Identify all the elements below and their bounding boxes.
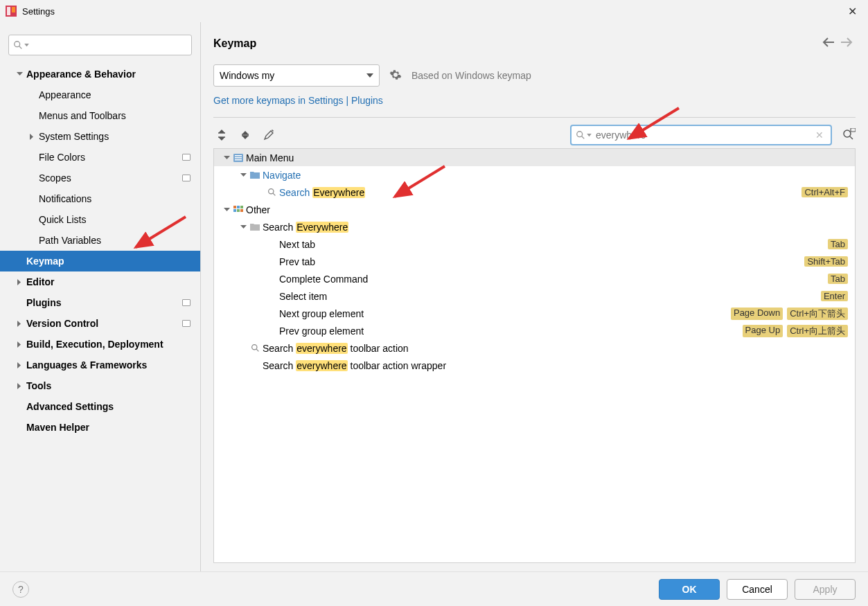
plugins-link[interactable]: Get more keymaps in Settings | Plugins	[213, 95, 383, 106]
svg-rect-16	[233, 206, 236, 208]
sidebar-item-keymap[interactable]: ·Keymap	[0, 251, 200, 271]
shortcuts: Tab	[828, 274, 848, 284]
chevron-right-icon	[14, 362, 25, 368]
chevron-down-icon[interactable]	[238, 225, 249, 229]
edit-action-button[interactable]	[260, 127, 277, 143]
chevron-down-icon[interactable]	[221, 156, 232, 160]
tree-row[interactable]: ·Search EverywhereCtrl+Alt+F	[214, 184, 855, 201]
action-search-input[interactable]	[596, 130, 813, 141]
chevron-down-icon	[587, 134, 592, 137]
shortcut-badge: Page Down	[731, 308, 783, 320]
keymap-select-value: Windows my	[220, 70, 366, 81]
clear-search-icon[interactable]: ✕	[813, 130, 826, 141]
tree-row[interactable]: Navigate	[214, 166, 855, 184]
sidebar-item-languages-frameworks[interactable]: Languages & Frameworks	[0, 355, 200, 375]
tree-row[interactable]: ·Next tabTab	[214, 235, 855, 253]
svg-rect-1	[7, 7, 10, 15]
sidebar-item-system-settings[interactable]: System Settings	[0, 126, 200, 147]
sidebar-nav: Appearance & BehaviorAppearanceMenus and…	[0, 64, 200, 438]
page-title: Keymap	[213, 37, 820, 50]
tree-row-label: Search Everywhere	[263, 222, 848, 233]
shortcuts: Tab	[828, 239, 848, 249]
svg-rect-2	[12, 7, 15, 12]
tree-row[interactable]: Other	[214, 201, 855, 218]
svg-line-15	[273, 193, 275, 195]
tree-row[interactable]: Search Everywhere	[214, 218, 855, 235]
tree-row[interactable]: ·Next group elementPage DownCtrl+向下箭头	[214, 305, 855, 322]
cancel-button[interactable]: Cancel	[727, 579, 788, 600]
svg-point-22	[251, 345, 256, 350]
svg-point-7	[844, 130, 851, 137]
action-search[interactable]: ✕	[570, 125, 832, 145]
folder-blue-icon	[249, 171, 261, 179]
footer: ? OK Cancel Apply	[0, 571, 868, 606]
tree-row[interactable]: Main Menu	[214, 149, 855, 166]
sidebar-item-version-control[interactable]: Version Control	[0, 313, 200, 334]
sidebar-item-menus-and-toolbars[interactable]: Menus and Toolbars	[0, 105, 200, 126]
tree-row[interactable]: ·Search everywhere toolbar action wrappe…	[214, 357, 855, 374]
tree-row[interactable]: ·Search everywhere toolbar action	[214, 339, 855, 357]
tree-row-label: Prev tab	[279, 256, 804, 267]
sidebar-item-label: Menus and Toolbars	[39, 110, 126, 121]
tree-row[interactable]: ·Complete CommandTab	[214, 270, 855, 287]
help-button[interactable]: ?	[12, 581, 29, 598]
sidebar-item-path-variables[interactable]: Path Variables	[0, 230, 200, 251]
sidebar-item-quick-lists[interactable]: Quick Lists	[0, 209, 200, 230]
other-icon	[232, 206, 245, 214]
project-badge-icon	[182, 320, 191, 327]
svg-rect-20	[237, 209, 240, 212]
find-by-shortcut-button[interactable]	[842, 128, 856, 143]
svg-line-8	[850, 136, 853, 139]
tree-row-label: Prev group element	[279, 326, 743, 337]
sidebar-item-label: System Settings	[39, 131, 109, 142]
forward-button[interactable]	[838, 35, 856, 52]
close-icon[interactable]: ✕	[842, 5, 862, 18]
apply-button[interactable]: Apply	[795, 579, 856, 600]
gear-icon[interactable]	[389, 69, 402, 83]
sidebar-item-plugins[interactable]: ·Plugins	[0, 292, 200, 313]
tree-row[interactable]: ·Prev group elementPage UpCtrl+向上箭头	[214, 322, 855, 339]
tree-row-label: Select item	[279, 291, 821, 302]
ok-button[interactable]: OK	[659, 579, 720, 600]
shortcut-badge: Ctrl+向上箭头	[787, 325, 848, 337]
sidebar-item-appearance-behavior[interactable]: Appearance & Behavior	[0, 64, 200, 84]
toolbar: ✕	[213, 117, 856, 145]
sidebar-search[interactable]	[8, 35, 192, 55]
back-button[interactable]	[820, 35, 838, 52]
sidebar-item-appearance[interactable]: Appearance	[0, 84, 200, 105]
tree-row[interactable]: ·Select itemEnter	[214, 287, 855, 305]
svg-rect-21	[240, 209, 243, 212]
chevron-down-icon[interactable]	[238, 173, 249, 177]
sidebar-search-input[interactable]	[32, 40, 187, 51]
based-on-label: Based on Windows keymap	[411, 70, 531, 81]
search-icon	[265, 188, 278, 197]
chevron-down-icon	[366, 73, 373, 78]
shortcut-badge: Tab	[828, 239, 848, 249]
sidebar-item-build-execution-deployment[interactable]: Build, Execution, Deployment	[0, 334, 200, 355]
chevron-down-icon	[24, 44, 29, 47]
sidebar-item-maven-helper[interactable]: ·Maven Helper	[0, 417, 200, 438]
sidebar-item-editor[interactable]: Editor	[0, 271, 200, 292]
sidebar-item-label: Keymap	[26, 256, 64, 267]
sidebar-item-scopes[interactable]: Scopes	[0, 168, 200, 188]
expand-all-button[interactable]	[213, 127, 230, 143]
svg-rect-13	[235, 159, 242, 161]
search-icon	[249, 344, 261, 353]
keymap-select[interactable]: Windows my	[213, 64, 380, 87]
sidebar-item-label: Path Variables	[39, 235, 101, 246]
sidebar-item-file-colors[interactable]: File Colors	[0, 147, 200, 168]
tree-row-label: Search everywhere toolbar action wrapper	[263, 360, 848, 371]
sidebar-item-tools[interactable]: Tools	[0, 375, 200, 396]
action-tree[interactable]: Main MenuNavigate·Search EverywhereCtrl+…	[213, 148, 856, 563]
collapse-all-button[interactable]	[237, 127, 254, 143]
tree-row[interactable]: ·Prev tabShift+Tab	[214, 253, 855, 270]
menu-icon	[232, 154, 245, 162]
sidebar-item-advanced-settings[interactable]: ·Advanced Settings	[0, 396, 200, 417]
tree-row-label: Search Everywhere	[279, 187, 801, 198]
sidebar-item-notifications[interactable]: Notifications	[0, 188, 200, 209]
svg-rect-12	[235, 157, 242, 159]
chevron-down-icon	[14, 72, 25, 76]
chevron-down-icon[interactable]	[221, 208, 232, 212]
sidebar-item-label: Plugins	[26, 297, 62, 308]
tree-row-label: Next tab	[279, 239, 828, 250]
